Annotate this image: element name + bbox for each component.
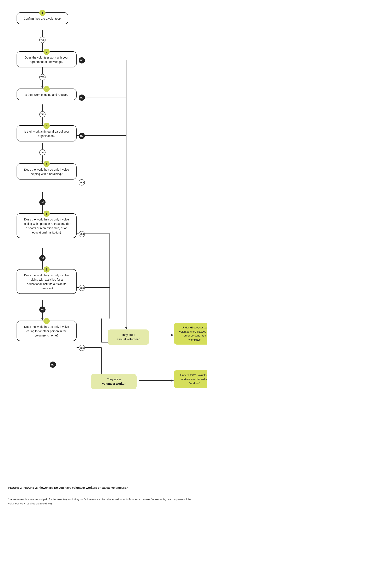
step-7-box: 7 Does the work they do only involve hel… (16, 269, 76, 294)
step-8-badge: 8 (44, 318, 50, 324)
yes-badge-8-right: YES (79, 345, 85, 351)
no-badge-7: NO (39, 306, 46, 313)
step-6-box: 6 Does the work they do only involve hel… (16, 213, 76, 238)
step-7-badge: 7 (44, 266, 50, 273)
worker-outcome-text: Under HSWA, volunteer workers are classe… (180, 373, 207, 385)
yes-badge-4: YES (39, 149, 46, 156)
step-2-box: 2 Does the volunteer work with your agre… (16, 51, 76, 67)
casual-volunteer-box: They are a casual volunteer (108, 329, 149, 345)
no-badge-8: NO (50, 361, 56, 368)
step-2-badge: 2 (44, 49, 50, 55)
worker-bold: volunteer worker (102, 382, 126, 385)
step-7-text: Does the work they do only involve helpi… (24, 274, 69, 290)
step-8-text: Does the work they do only involve carin… (24, 325, 69, 337)
footnote-superscript: a (8, 497, 10, 500)
step-3-box: 3 Is their work ongoing and regular? (16, 88, 76, 100)
no-badge-6: NO (39, 255, 46, 261)
yes-badge-3: YES (39, 111, 46, 117)
flowchart: 1 Confirm they are a volunteerᵃ YES 2 Do… (8, 6, 203, 482)
svg-marker-34 (125, 327, 127, 329)
footnote-text: is someone not paid for the voluntary wo… (8, 498, 191, 505)
casual-outcome-text: Under HSWA, casual volunteers are classe… (179, 326, 207, 341)
yes-badge-6-right: YES (79, 231, 85, 237)
step-4-box: 4 Is their work an integral part of your… (16, 125, 76, 141)
svg-marker-22 (42, 211, 44, 213)
step-4-text: Is their work an integral part of your o… (24, 130, 69, 138)
figure-title: FIGURE 2: Flowchart: Do you have volunte… (24, 486, 128, 489)
step-1-badge: 1 (39, 10, 46, 16)
step-1-box: 1 Confirm they are a volunteerᵃ (16, 12, 68, 24)
worker-label: They are a (107, 378, 121, 381)
step-3-text: Is their work ongoing and regular? (25, 93, 68, 96)
footnote-volunteer-label: A volunteer (10, 498, 24, 501)
worker-outcome-box: Under HSWA, volunteer workers are classe… (174, 370, 207, 388)
no-badge-4: NO (79, 133, 85, 139)
step-5-text: Does the work they do only involve helpi… (24, 168, 69, 176)
figure-label: FIGURE 2: (8, 486, 22, 489)
casual-outcome-box: Under HSWA, casual volunteers are classe… (174, 323, 207, 344)
svg-marker-2 (42, 49, 44, 51)
yes-badge-5-right: YES (79, 179, 85, 186)
flow-lines (8, 6, 203, 482)
step-6-badge: 6 (44, 211, 50, 217)
yes-badge-1: YES (39, 37, 46, 43)
yes-badge-2: YES (39, 74, 46, 80)
step-4-badge: 4 (44, 123, 50, 129)
svg-marker-36 (171, 334, 174, 336)
svg-marker-15 (42, 161, 44, 163)
svg-marker-10 (42, 123, 44, 125)
arrows-overlay (8, 6, 203, 482)
step-5-badge: 5 (44, 161, 50, 167)
svg-marker-27 (42, 267, 44, 269)
casual-bold: casual volunteer (117, 337, 140, 341)
step-6-text: Does the work they do only involve helpi… (22, 218, 70, 234)
footnote-section: a A volunteer is someone not paid for th… (8, 497, 199, 506)
step-2-text: Does the volunteer work with your agreem… (25, 56, 68, 63)
no-badge-5: NO (39, 199, 46, 205)
figure-caption: FIGURE 2: FIGURE 2: Flowchart: Do you ha… (8, 486, 199, 489)
step-8-box: 8 Does the work they do only involve car… (16, 320, 76, 341)
casual-label: They are a (122, 333, 135, 336)
svg-marker-42 (171, 379, 174, 382)
no-badge-2: NO (79, 57, 85, 63)
svg-marker-39 (100, 372, 102, 374)
svg-marker-5 (42, 86, 44, 88)
step-1-text: Confirm they are a volunteerᵃ (24, 17, 61, 20)
volunteer-worker-box: They are a volunteer worker (91, 374, 136, 389)
no-badge-3: NO (79, 94, 85, 101)
step-5-box: 5 Does the work they do only involve hel… (16, 163, 76, 180)
step-3-badge: 3 (44, 86, 50, 92)
svg-marker-32 (42, 318, 44, 320)
yes-badge-7-right: YES (79, 285, 85, 291)
